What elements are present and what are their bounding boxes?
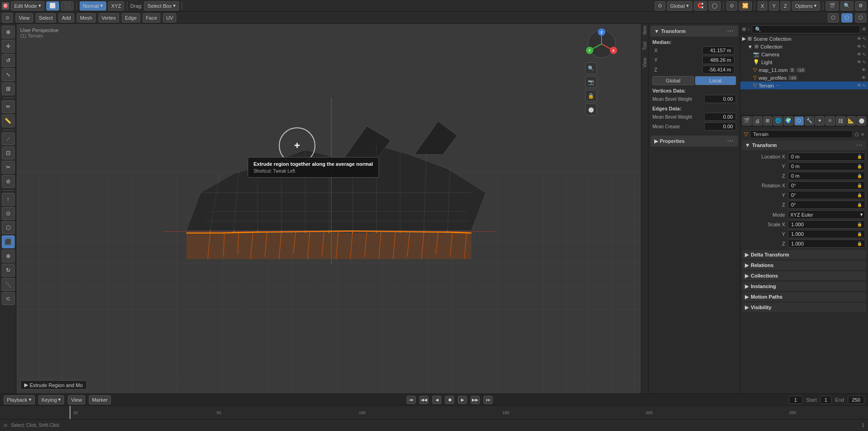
rot-y-lock[interactable]: 🔒: [857, 193, 862, 197]
timeline-view-menu[interactable]: View: [68, 395, 85, 404]
outliner-map[interactable]: ▽ map_11.osm 3 -14 👁: [740, 66, 868, 74]
loc-x-value[interactable]: 0 m 🔒: [788, 153, 865, 161]
instancing-header[interactable]: ▶ Instancing: [742, 282, 866, 291]
viewport-shading-solid[interactable]: ⬛: [61, 1, 74, 11]
viewport-3d[interactable]: User Perspective (1) Terrain: [16, 24, 641, 393]
marker-menu[interactable]: Marker: [89, 395, 111, 404]
physics-btn[interactable]: ⚛: [825, 116, 835, 125]
shear-tool[interactable]: ⋱: [2, 278, 15, 291]
z-btn[interactable]: Z: [781, 1, 790, 11]
local-btn[interactable]: Local: [695, 76, 737, 85]
transform-header[interactable]: ▼ Transform ⋯: [651, 26, 738, 37]
cursor-icon-collection[interactable]: ↖: [863, 44, 866, 49]
vertex-select-mode[interactable]: ⬡: [828, 13, 839, 22]
select-menu[interactable]: Select: [36, 13, 56, 22]
move-tool[interactable]: ✛: [2, 40, 15, 53]
cursor-tool[interactable]: ⊕: [2, 26, 15, 38]
rot-x-lock[interactable]: 🔒: [857, 183, 862, 188]
outliner-search[interactable]: [752, 25, 860, 33]
view-layer-btn[interactable]: ⊞: [763, 116, 773, 125]
select-box-btn[interactable]: Select Box ▾: [144, 1, 179, 11]
xyz-axis-gizmo[interactable]: Z X Y: [585, 27, 618, 60]
scene-collection-item[interactable]: ▶ ⊞ Scene Collection 👁 ↖: [740, 35, 868, 43]
rotate-tool[interactable]: ↺: [2, 54, 15, 67]
mean-bevel-weight-vertices-value[interactable]: 0.00: [704, 95, 736, 103]
constraints-btn[interactable]: ⛓: [836, 116, 846, 125]
rot-z-lock[interactable]: 🔒: [857, 202, 862, 207]
search-btn[interactable]: 🔍: [841, 1, 853, 11]
scale-x-lock[interactable]: 🔒: [857, 222, 862, 227]
tool-strip-label[interactable]: Tool: [642, 40, 647, 52]
play-btn[interactable]: ▶: [458, 396, 467, 404]
rot-y-value[interactable]: 0° 🔒: [788, 191, 865, 199]
eye-icon-collection[interactable]: 👁: [857, 44, 862, 49]
outliner-way-profiles[interactable]: ▽ way_profiles -14 👁: [740, 74, 868, 82]
render-props-btn[interactable]: 🎬: [742, 116, 752, 125]
extrude-region-tool[interactable]: ⬛: [2, 235, 15, 248]
eye-icon-way[interactable]: 👁: [862, 75, 866, 80]
mesh-menu[interactable]: Mesh: [77, 13, 96, 22]
render-preview-gizmo[interactable]: ⬤: [585, 104, 597, 115]
object-props-btn[interactable]: ⬡: [794, 116, 804, 125]
outliner-light[interactable]: 💡 Light 👁 ↖: [740, 58, 868, 66]
knife-tool[interactable]: ✂: [2, 161, 15, 174]
edge-menu[interactable]: Edge: [122, 13, 140, 22]
global-btn[interactable]: Global: [652, 76, 694, 85]
rot-x-value[interactable]: 0° 🔒: [788, 181, 865, 190]
scale-z-lock[interactable]: 🔒: [857, 241, 862, 246]
options-btn[interactable]: Options ▾: [792, 1, 820, 11]
keying-menu[interactable]: Keying ▾: [38, 395, 65, 404]
uv-menu[interactable]: UV: [163, 13, 176, 22]
prev-keyframe-btn[interactable]: ◀◀: [419, 396, 429, 404]
outliner-camera[interactable]: 📷 Camera 👁 ↖: [740, 50, 868, 58]
modifier-props-btn[interactable]: 🔧: [805, 116, 814, 125]
start-frame-display[interactable]: 1: [820, 396, 831, 404]
output-props-btn[interactable]: 🖨: [753, 116, 762, 125]
viewport-shading-wireframe[interactable]: ⬜: [46, 1, 59, 11]
bisect-tool[interactable]: ⊘: [2, 175, 15, 188]
extrude-tool[interactable]: ↑: [2, 193, 15, 206]
material-props-btn[interactable]: ⬤: [857, 116, 866, 125]
view-strip-label[interactable]: View: [642, 56, 647, 70]
mean-crease-value[interactable]: 0.00: [704, 122, 736, 131]
particles-btn[interactable]: ✦: [815, 116, 825, 125]
snapping-btn[interactable]: 🧲: [694, 1, 707, 11]
scale-x-value[interactable]: 1.000 🔒: [788, 220, 865, 229]
loc-y-value[interactable]: 0 m 🔒: [788, 162, 865, 170]
mean-bevel-weight-edges-value[interactable]: 0.00: [704, 113, 736, 121]
rip-region-tool[interactable]: ⊂: [2, 292, 15, 305]
cursor-icon-terrain[interactable]: ↖: [863, 83, 866, 88]
outliner-terrain[interactable]: ▽ Terrain ⋯ 👁 ↖: [740, 82, 868, 89]
cursor-icon-scene[interactable]: ↖: [863, 36, 866, 41]
scale-tool[interactable]: ⤡: [2, 68, 15, 81]
visibility-header[interactable]: ▶ Visibility: [742, 303, 866, 312]
rot-z-value[interactable]: 0° 🔒: [788, 201, 865, 209]
current-frame-display[interactable]: 1: [789, 396, 803, 404]
lock-camera-gizmo[interactable]: 🔒: [585, 90, 597, 102]
scene-props-btn[interactable]: 🌐: [773, 116, 783, 125]
y-btn[interactable]: Y: [769, 1, 779, 11]
loop-cut-tool[interactable]: ⟋: [2, 132, 15, 145]
collections-header[interactable]: ▶ Collections: [742, 271, 866, 280]
vertex-menu[interactable]: Vertex: [98, 13, 119, 22]
stop-btn[interactable]: ⏹: [445, 396, 454, 404]
timeline-ruler[interactable]: 10 50 100 150 200 250: [0, 406, 868, 419]
outliner-collection[interactable]: ▼ ⊞ Collection 👁 ↖: [740, 43, 868, 50]
measure-tool[interactable]: 📏: [2, 115, 15, 127]
extra-btn-1[interactable]: ⚙: [855, 1, 866, 11]
data-props-btn[interactable]: 📐: [846, 116, 856, 125]
transform-tool[interactable]: ⊞: [2, 82, 15, 95]
mode-selector[interactable]: Edit Mode ▾: [11, 1, 44, 11]
item-strip-label[interactable]: Item: [642, 24, 647, 36]
scale-y-lock[interactable]: 🔒: [857, 232, 862, 236]
gizmo-btn[interactable]: 🔀: [739, 1, 752, 11]
offset-edge-tool[interactable]: ⊡: [2, 147, 15, 159]
object-name-field[interactable]: Terrain: [750, 130, 853, 138]
eye-icon-light[interactable]: 👁: [857, 60, 862, 65]
eye-icon-camera[interactable]: 👁: [857, 52, 862, 57]
end-frame-display[interactable]: 250: [848, 396, 864, 404]
loc-z-lock[interactable]: 🔒: [857, 174, 862, 178]
loc-y-lock[interactable]: 🔒: [857, 164, 862, 169]
bevel-tool[interactable]: ⬡: [2, 221, 15, 234]
face-menu[interactable]: Face: [143, 13, 160, 22]
